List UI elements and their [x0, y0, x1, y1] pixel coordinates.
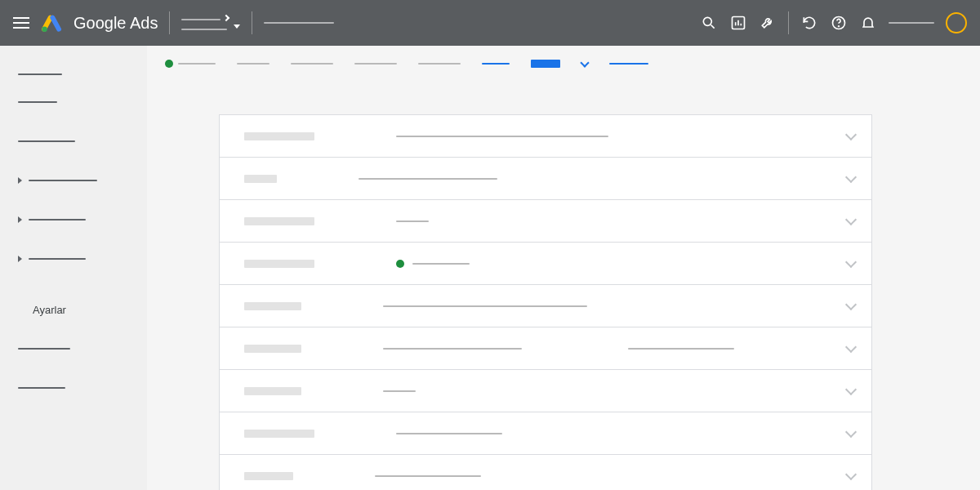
- settings-row-7[interactable]: [220, 412, 871, 455]
- sidebar-item-label: [29, 258, 86, 260]
- notifications-icon[interactable]: [859, 14, 877, 32]
- brand-title: Google Ads: [74, 14, 158, 33]
- settings-row-2[interactable]: [220, 200, 871, 243]
- settings-panel: [219, 114, 872, 490]
- caret-right-icon: [18, 177, 22, 184]
- chevron-down-icon: [845, 171, 857, 182]
- crumb-3[interactable]: [354, 63, 397, 65]
- sidebar-item-9[interactable]: [0, 247, 147, 271]
- avatar[interactable]: [946, 12, 967, 33]
- row-value: [383, 390, 416, 392]
- chevron-down-icon: [845, 469, 857, 480]
- crumb-4[interactable]: [418, 63, 461, 65]
- chevron-down-icon: [580, 58, 589, 67]
- crumb-1[interactable]: [237, 63, 270, 65]
- row-value: [396, 136, 608, 137]
- sidebar: Ayarlar: [0, 46, 147, 490]
- sidebar-item-3[interactable]: [0, 129, 147, 154]
- sidebar-item-12[interactable]: Ayarlar: [0, 297, 147, 322]
- sidebar-item-0[interactable]: [0, 62, 147, 87]
- settings-row-0[interactable]: [220, 115, 871, 158]
- chevron-down-icon: [845, 341, 857, 352]
- row-label: [244, 302, 301, 310]
- divider: [788, 11, 789, 34]
- chevron-down-icon: [845, 128, 857, 140]
- sidebar-item-5[interactable]: [0, 168, 147, 193]
- main-area: [147, 46, 980, 490]
- svg-point-8: [838, 25, 840, 27]
- row-label: [244, 387, 301, 395]
- chevron-down-icon: [845, 256, 857, 267]
- sidebar-item-label: [18, 387, 65, 389]
- status-indicator[interactable]: [165, 60, 216, 68]
- row-label: [244, 345, 301, 353]
- sidebar-item-label: [18, 140, 75, 142]
- chevron-down-icon: [845, 213, 857, 225]
- row-value: [359, 178, 497, 180]
- sidebar-item-16[interactable]: [0, 376, 147, 400]
- google-ads-logo: [41, 12, 62, 33]
- breadcrumb-strip: [147, 46, 980, 82]
- campaign-selector[interactable]: [264, 22, 334, 24]
- settings-row-6[interactable]: [220, 370, 871, 412]
- svg-point-0: [42, 27, 47, 33]
- menu-icon[interactable]: [13, 17, 29, 29]
- chevron-right-icon: [223, 15, 229, 21]
- row-value: [412, 263, 470, 265]
- top-header: Google Ads: [0, 0, 980, 46]
- tab-active[interactable]: [531, 60, 560, 68]
- sidebar-item-label: [18, 101, 57, 103]
- chevron-down-icon: [845, 298, 857, 310]
- refresh-icon[interactable]: [800, 14, 818, 32]
- sidebar-item-1[interactable]: [0, 90, 147, 114]
- sidebar-item-7[interactable]: [0, 207, 147, 232]
- row-label: [244, 472, 293, 480]
- divider: [169, 11, 170, 34]
- chevron-down-icon: [845, 425, 857, 437]
- chevron-down-icon: [845, 383, 857, 394]
- row-value: [383, 305, 587, 307]
- row-value: [396, 433, 502, 434]
- caret-down-icon: [234, 24, 240, 29]
- row-value: [375, 475, 481, 477]
- row-label: [244, 175, 277, 183]
- sidebar-item-label: [18, 348, 70, 350]
- tab-dropdown[interactable]: [581, 62, 588, 66]
- account-label: [889, 22, 934, 24]
- settings-row-5[interactable]: [220, 327, 871, 370]
- row-label: [244, 430, 314, 438]
- row-label: [244, 217, 314, 225]
- svg-point-1: [703, 17, 711, 25]
- row-label: [244, 132, 314, 140]
- sidebar-item-label: Ayarlar: [33, 304, 66, 316]
- settings-row-8[interactable]: [220, 455, 871, 490]
- caret-right-icon: [18, 256, 22, 262]
- reports-icon[interactable]: [729, 14, 747, 32]
- tab-link[interactable]: [482, 63, 510, 65]
- settings-row-3[interactable]: [220, 243, 871, 285]
- row-value: [628, 348, 734, 350]
- account-selector[interactable]: [181, 16, 240, 30]
- status-dot-icon: [396, 260, 404, 268]
- divider: [252, 11, 252, 34]
- sidebar-item-label: [18, 74, 62, 75]
- sidebar-item-label: [29, 219, 86, 220]
- search-icon[interactable]: [700, 14, 718, 32]
- caret-right-icon: [18, 216, 22, 223]
- row-value: [383, 348, 522, 350]
- sidebar-item-14[interactable]: [0, 336, 147, 361]
- status-dot-icon: [165, 60, 173, 68]
- help-icon[interactable]: [830, 14, 848, 32]
- crumb-2[interactable]: [291, 63, 333, 65]
- row-label: [244, 260, 314, 268]
- tab-link-2[interactable]: [609, 63, 648, 65]
- sidebar-item-label: [29, 180, 97, 181]
- tools-icon[interactable]: [759, 14, 777, 32]
- svg-line-2: [711, 25, 715, 29]
- settings-row-4[interactable]: [220, 285, 871, 327]
- row-value: [396, 220, 429, 222]
- settings-row-1[interactable]: [220, 158, 871, 200]
